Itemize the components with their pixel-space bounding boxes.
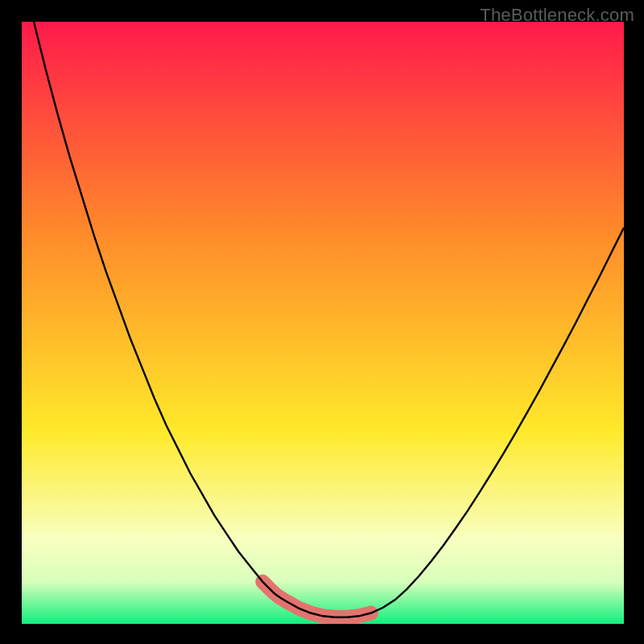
chart-frame: TheBottleneck.com: [0, 0, 644, 644]
attribution-watermark: TheBottleneck.com: [480, 5, 634, 26]
plot-area: [22, 22, 624, 624]
bottleneck-chart: [22, 22, 624, 624]
gradient-background: [22, 22, 624, 624]
